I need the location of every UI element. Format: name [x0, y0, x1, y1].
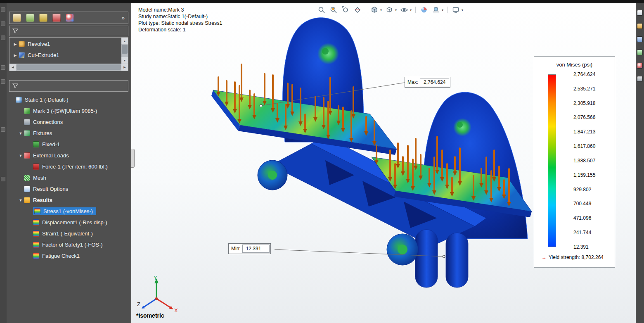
min-callout-label: Min:	[230, 245, 242, 252]
display-style-caret-icon[interactable]: ▾	[395, 8, 397, 12]
vertical-scroll-thumb[interactable]	[122, 45, 128, 54]
study-item-part[interactable]: Mark 3 (-[SW]Ultem 9085-)	[7, 105, 131, 116]
side-strip-icon[interactable]	[1, 36, 5, 40]
cut-extrude-feature-icon	[19, 52, 25, 58]
hide-show-items-icon[interactable]	[400, 5, 409, 14]
horizontal-scrollbar[interactable]: ◀ ▶	[9, 64, 128, 71]
min-stress-callout[interactable]: Min: 12.391	[228, 243, 271, 254]
custom-properties-icon[interactable]	[637, 76, 643, 82]
design-library-icon[interactable]	[637, 23, 643, 29]
study-item-fixtures[interactable]: ▼ Fixtures	[7, 128, 131, 139]
study-item-label: Force-1 (:Per item: 600 lbf:)	[42, 164, 108, 170]
side-strip-icon[interactable]	[1, 65, 5, 70]
horizontal-scroll-thumb[interactable]	[17, 64, 121, 70]
collapse-caret-icon[interactable]: ▼	[17, 198, 24, 202]
stress-plot-icon	[34, 208, 40, 214]
force-load-icon	[33, 164, 39, 170]
feature-tree-filter[interactable]	[9, 26, 128, 36]
edit-appearance-icon[interactable]	[419, 5, 429, 14]
study-item-force1[interactable]: Force-1 (:Per item: 600 lbf:)	[7, 161, 131, 172]
scroll-left-button[interactable]: ◀	[9, 64, 16, 71]
view-orientation-caret-icon[interactable]: ▾	[380, 8, 382, 12]
view-settings-caret-icon[interactable]: ▾	[462, 8, 463, 12]
study-item-label: Displacement1 (-Res disp-)	[42, 219, 107, 226]
side-strip-icon[interactable]	[1, 21, 5, 26]
feature-manager-panel: » ▶ Revolve1 ▶ Cut-Extrude1 ▲ ▼ ◀	[7, 3, 131, 323]
propertymanager-tab-icon[interactable]	[26, 14, 34, 22]
zoom-to-fit-icon[interactable]	[317, 5, 326, 14]
study-item-strain1[interactable]: Strain1 (-Equivalent-)	[7, 228, 131, 239]
zoom-to-area-icon[interactable]	[329, 5, 338, 14]
panel-expand-chevron-icon[interactable]: »	[121, 14, 125, 21]
study-item-label: Stress1 (-vonMises-)	[43, 208, 93, 214]
displaymanager-tab-icon[interactable]	[66, 14, 74, 22]
filter-funnel-icon	[12, 83, 18, 89]
apply-scene-icon[interactable]	[431, 5, 440, 14]
scroll-up-button[interactable]: ▲	[121, 38, 128, 44]
graphics-area: Model name:Mark 3 Study name:Static 1(-D…	[131, 3, 636, 323]
study-item-label: Mark 3 (-[SW]Ultem 9085-)	[33, 108, 97, 114]
scroll-down-button[interactable]: ▼	[121, 57, 128, 64]
side-strip-icon[interactable]	[1, 7, 5, 12]
expand-caret-icon[interactable]: ▶	[12, 53, 19, 57]
plot-info-block: Model name:Mark 3 Study name:Static 1(-D…	[138, 7, 223, 33]
side-strip-icon[interactable]	[1, 127, 5, 132]
view-settings-icon[interactable]	[451, 5, 460, 14]
stress-spot-core	[457, 122, 463, 128]
study-item-mesh[interactable]: Mesh	[7, 172, 131, 183]
study-item-result-options[interactable]: Result Options	[7, 183, 131, 195]
view-palette-icon[interactable]	[637, 50, 643, 55]
view-orientation-icon[interactable]	[370, 5, 379, 14]
max-callout-label: Max:	[406, 78, 420, 86]
legend-tick: 2,535.271	[573, 86, 595, 92]
side-strip-icon[interactable]	[1, 177, 5, 181]
study-item-fos1[interactable]: Factor of Safety1 (-FOS-)	[7, 239, 131, 250]
legend-tick: 12.391	[573, 244, 595, 250]
featuremanager-tree-tab-icon[interactable]	[13, 14, 21, 22]
tree-item-revolve1[interactable]: ▶ Revolve1	[9, 38, 121, 50]
tree-item-label: Cut-Extrude1	[28, 52, 59, 58]
collapse-caret-icon[interactable]: ▼	[17, 154, 24, 158]
configurationmanager-tab-icon[interactable]	[39, 14, 47, 22]
max-attach-point	[260, 104, 262, 107]
vertical-scrollbar[interactable]: ▲ ▼	[121, 38, 128, 64]
hide-show-caret-icon[interactable]: ▾	[410, 8, 412, 12]
study-item-external-loads[interactable]: ▼ External Loads	[7, 150, 131, 161]
study-item-static1[interactable]: Static 1 (-Default-)	[7, 94, 131, 105]
side-strip-icon[interactable]	[1, 79, 5, 84]
apply-scene-caret-icon[interactable]: ▾	[442, 8, 443, 12]
factor-of-safety-plot-icon	[33, 242, 39, 248]
study-item-results[interactable]: ▼ Results	[7, 195, 131, 206]
display-style-icon[interactable]	[385, 5, 394, 14]
expand-caret-icon[interactable]: ▶	[12, 42, 19, 46]
study-tree-filter[interactable]	[9, 80, 128, 92]
panel-splitter-handle[interactable]	[131, 149, 135, 168]
max-stress-callout[interactable]: Max: 2,764.624	[405, 77, 450, 88]
von-mises-legend[interactable]: von Mises (psi) 2,764.624 2,535.271 2,30…	[534, 56, 615, 268]
tree-item-cut-extrude1[interactable]: ▶ Cut-Extrude1	[9, 50, 121, 61]
fatigue-check-plot-icon	[33, 253, 39, 259]
feature-manager-tab-bar: »	[9, 12, 128, 24]
yield-arrow-icon: →	[542, 254, 547, 260]
legend-tick: 2,764.624	[573, 71, 595, 77]
task-pane-strip	[636, 3, 644, 323]
collapse-caret-icon[interactable]: ▼	[17, 131, 24, 135]
triad-y-label: Y	[154, 275, 157, 281]
task-pane-home-icon[interactable]	[637, 10, 643, 16]
model-name-line: Model name:Mark 3	[138, 7, 223, 13]
results-folder-icon	[24, 197, 30, 203]
appearances-scenes-icon[interactable]	[637, 63, 643, 69]
study-item-connections[interactable]: Connections	[7, 116, 131, 128]
dimxpertmanager-tab-icon[interactable]	[52, 14, 61, 22]
connections-icon	[24, 119, 30, 125]
study-item-label: Result Options	[33, 186, 68, 192]
file-explorer-icon[interactable]	[637, 36, 643, 42]
reference-triad[interactable]: Y X Z	[134, 274, 179, 315]
scroll-right-button[interactable]: ▶	[121, 64, 128, 71]
section-view-icon[interactable]	[353, 5, 362, 14]
previous-view-icon[interactable]	[341, 5, 350, 14]
study-item-fixed1[interactable]: Fixed-1	[7, 139, 131, 150]
study-item-displacement1[interactable]: Displacement1 (-Res disp-)	[7, 217, 131, 228]
study-item-fatigue-check1[interactable]: Fatigue Check1	[7, 250, 131, 261]
study-item-stress1[interactable]: Stress1 (-vonMises-)	[7, 206, 131, 217]
